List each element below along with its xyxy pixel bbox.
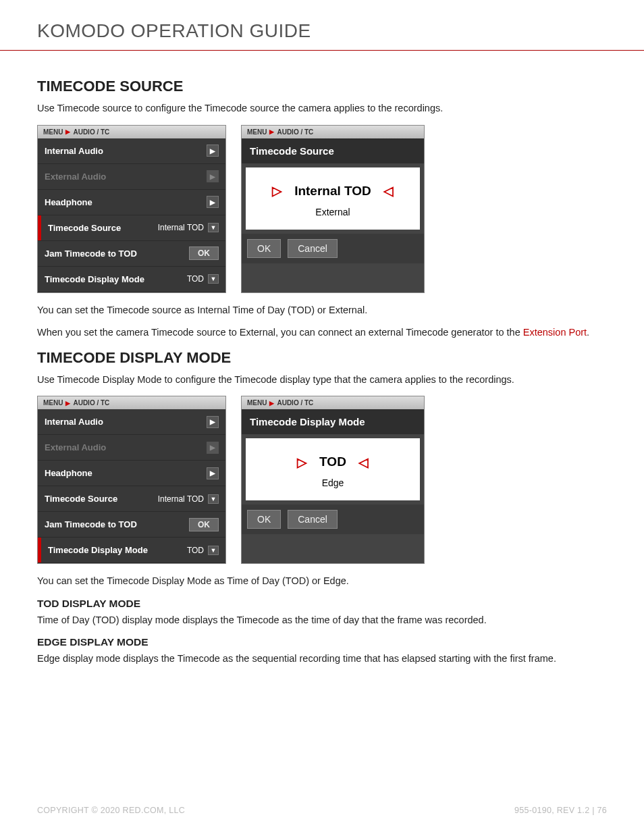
- menu-label: External Audio: [45, 442, 106, 452]
- menu-label: External Audio: [45, 172, 106, 182]
- picker-selected-row[interactable]: ▷ TOD ◁: [246, 454, 420, 469]
- chevron-right-icon: ▶: [65, 128, 70, 135]
- menu-label: Timecode Source: [45, 494, 117, 504]
- menu-label: Headphone: [45, 197, 92, 207]
- crumb-menu: MENU: [43, 399, 63, 407]
- ok-button[interactable]: OK: [247, 239, 281, 258]
- crumb-menu: MENU: [247, 128, 267, 136]
- picker-body: ▷ TOD ◁ Edge: [246, 438, 420, 500]
- section-timecode-source-heading: TIMECODE SOURCE: [37, 78, 607, 95]
- chevron-right-icon: ▶: [207, 196, 219, 208]
- triangle-right-icon: ▷: [272, 184, 282, 197]
- menu-label: Jam Timecode to TOD: [45, 519, 137, 529]
- menu-screenshot-b: MENU ▶ AUDIO / TC Internal Audio ▶ Exter…: [37, 396, 226, 564]
- edge-display-mode-heading: EDGE DISPLAY MODE: [37, 636, 607, 648]
- screenshots-row-1: MENU ▶ AUDIO / TC Internal Audio ▶ Exter…: [37, 125, 607, 293]
- dropdown-value: Internal TOD: [158, 494, 204, 504]
- breadcrumb: MENU ▶ AUDIO / TC: [242, 126, 424, 138]
- picker-screenshot-timecode-display-mode: MENU ▶ AUDIO / TC Timecode Display Mode …: [241, 396, 425, 564]
- chevron-right-icon: ▶: [269, 400, 274, 407]
- chevron-down-icon: ▼: [208, 274, 219, 284]
- chevron-right-icon: ▶: [207, 145, 219, 157]
- footer-copyright: COPYRIGHT © 2020 RED.COM, LLC: [37, 806, 185, 815]
- section2-intro: Use Timecode Display Mode to configure t…: [37, 373, 607, 387]
- crumb-menu: MENU: [247, 399, 267, 407]
- chevron-right-icon: ▶: [207, 416, 219, 428]
- triangle-left-icon: ◁: [358, 456, 369, 469]
- picker-screenshot-timecode-source: MENU ▶ AUDIO / TC Timecode Source ▷ Inte…: [241, 125, 425, 293]
- crumb-path: AUDIO / TC: [73, 399, 109, 407]
- menu-item-jam-timecode[interactable]: Jam Timecode to TOD OK: [38, 512, 225, 538]
- crumb-path: AUDIO / TC: [277, 399, 313, 407]
- menu-item-headphone[interactable]: Headphone ▶: [38, 190, 225, 215]
- section1-para1: You can set the Timecode source as Inter…: [37, 304, 607, 317]
- breadcrumb: MENU ▶ AUDIO / TC: [38, 126, 225, 138]
- menu-item-timecode-source[interactable]: Timecode Source Internal TOD ▼: [38, 486, 225, 512]
- menu-screenshot-a: MENU ▶ AUDIO / TC Internal Audio ▶ Exter…: [37, 125, 226, 293]
- menu-item-internal-audio[interactable]: Internal Audio ▶: [38, 409, 225, 435]
- menu-item-timecode-display-mode[interactable]: Timecode Display Mode TOD ▼: [38, 538, 225, 563]
- picker-title: Timecode Display Mode: [242, 409, 424, 434]
- screenshots-row-2: MENU ▶ AUDIO / TC Internal Audio ▶ Exter…: [37, 396, 607, 564]
- section-timecode-display-mode-heading: TIMECODE DISPLAY MODE: [37, 349, 607, 367]
- cancel-button[interactable]: Cancel: [288, 239, 338, 258]
- menu-label: Internal Audio: [45, 417, 103, 427]
- chevron-right-icon: ▶: [207, 467, 219, 479]
- menu-list-a: Internal Audio ▶ External Audio ▶ Headph…: [38, 138, 225, 292]
- crumb-path: AUDIO / TC: [277, 128, 313, 136]
- menu-item-internal-audio[interactable]: Internal Audio ▶: [38, 138, 225, 164]
- chevron-down-icon: ▼: [208, 546, 219, 555]
- dropdown-value: TOD: [187, 274, 204, 284]
- section2-para1: You can set the Timecode Display Mode as…: [37, 575, 607, 588]
- cancel-button[interactable]: Cancel: [288, 510, 338, 529]
- menu-item-timecode-source[interactable]: Timecode Source Internal TOD ▼: [38, 215, 225, 241]
- doc-title: KOMODO OPERATION GUIDE: [37, 20, 607, 50]
- footer-rev: 955-0190, REV 1.2 | 76: [514, 806, 607, 815]
- extension-port-link[interactable]: Extension Port: [523, 327, 587, 338]
- menu-item-external-audio: External Audio ▶: [38, 164, 225, 190]
- ok-button[interactable]: OK: [189, 518, 219, 531]
- title-rule: [0, 50, 644, 51]
- menu-label: Timecode Display Mode: [45, 274, 144, 284]
- section1-para2: When you set the camera Timecode source …: [37, 326, 607, 340]
- crumb-path: AUDIO / TC: [73, 128, 109, 136]
- chevron-down-icon: ▼: [208, 494, 219, 504]
- crumb-menu: MENU: [43, 128, 63, 136]
- ok-button[interactable]: OK: [189, 246, 219, 260]
- triangle-right-icon: ▷: [297, 456, 307, 469]
- breadcrumb: MENU ▶ AUDIO / TC: [38, 396, 225, 409]
- menu-label: Internal Audio: [45, 146, 103, 156]
- edge-display-mode-text: Edge display mode displays the Timecode …: [37, 652, 607, 666]
- picker-selected-row[interactable]: ▷ Internal TOD ◁: [246, 184, 420, 199]
- text-fragment: .: [587, 327, 589, 338]
- section1-intro: Use Timecode source to configure the Tim…: [37, 102, 607, 115]
- text-fragment: When you set the camera Timecode source …: [37, 327, 523, 338]
- menu-label: Headphone: [45, 468, 92, 478]
- chevron-right-icon: ▶: [207, 442, 219, 454]
- menu-list-b: Internal Audio ▶ External Audio ▶ Headph…: [38, 409, 225, 563]
- chevron-right-icon: ▶: [269, 128, 274, 135]
- menu-item-jam-timecode[interactable]: Jam Timecode to TOD OK: [38, 241, 225, 267]
- chevron-right-icon: ▶: [207, 170, 219, 182]
- picker-alt-option[interactable]: Edge: [246, 477, 420, 488]
- picker-footer: OK Cancel: [242, 234, 424, 263]
- menu-item-timecode-display-mode[interactable]: Timecode Display Mode TOD ▼: [38, 267, 225, 292]
- chevron-down-icon: ▼: [208, 223, 219, 232]
- tod-display-mode-heading: TOD DISPLAY MODE: [37, 598, 607, 610]
- chevron-right-icon: ▶: [65, 400, 70, 407]
- picker-alt-option[interactable]: External: [246, 207, 420, 217]
- menu-item-external-audio: External Audio ▶: [38, 435, 225, 461]
- picker-body: ▷ Internal TOD ◁ External: [246, 167, 420, 230]
- triangle-left-icon: ◁: [383, 184, 394, 197]
- menu-label: Jam Timecode to TOD: [45, 249, 137, 259]
- tod-display-mode-text: Time of Day (TOD) display mode displays …: [37, 614, 607, 627]
- picker-footer: OK Cancel: [242, 504, 424, 534]
- menu-item-headphone[interactable]: Headphone ▶: [38, 461, 225, 486]
- menu-label: Timecode Source: [48, 223, 121, 233]
- picker-selected: Internal TOD: [294, 184, 371, 199]
- dropdown-value: Internal TOD: [158, 223, 204, 232]
- dropdown-value: TOD: [187, 546, 204, 555]
- picker-title: Timecode Source: [242, 138, 424, 163]
- page-footer: COPYRIGHT © 2020 RED.COM, LLC 955-0190, …: [37, 806, 607, 815]
- ok-button[interactable]: OK: [247, 510, 281, 529]
